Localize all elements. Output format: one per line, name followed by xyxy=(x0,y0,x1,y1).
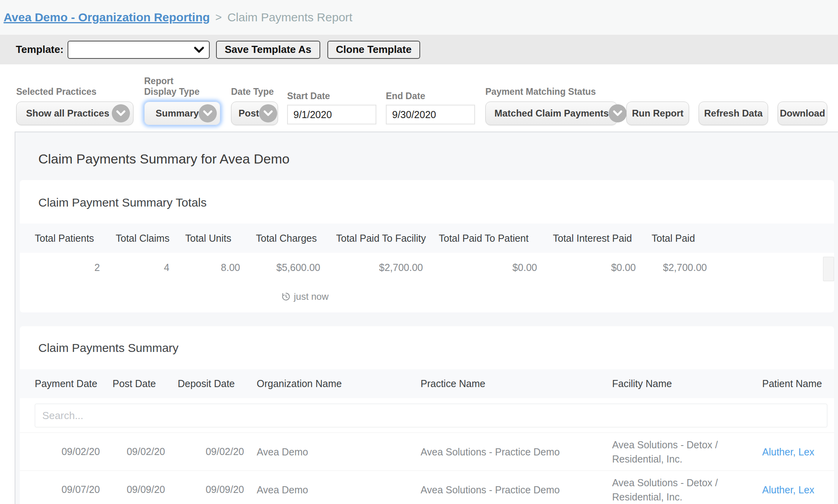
save-template-as-button[interactable]: Save Template As xyxy=(216,41,320,59)
chevron-down-icon xyxy=(609,104,627,122)
breadcrumb-separator: > xyxy=(215,11,222,24)
date-type-value: Post xyxy=(239,108,259,119)
vertical-scrollbar-thumb[interactable] xyxy=(823,257,834,281)
report-filters: Selected Practices Show all Practices Re… xyxy=(0,64,838,132)
column-header: Total Paid To Facility xyxy=(321,233,424,244)
total-paid-to-facility-value: $2,700.00 xyxy=(321,262,424,273)
refreshed-text: just now xyxy=(294,291,329,302)
start-date-label: Start Date xyxy=(287,91,376,102)
total-claims-value: 4 xyxy=(101,262,170,273)
payment-matching-status-dropdown[interactable]: Matched Claim Payments xyxy=(485,102,617,125)
search-input[interactable] xyxy=(35,404,827,427)
summary-card: Claim Payments Summary Payment Date Post… xyxy=(20,326,834,504)
template-toolbar: Template: Save Template As Clone Templat… xyxy=(0,35,838,64)
chevron-down-icon xyxy=(259,104,277,122)
column-header: Payment Date xyxy=(20,378,105,389)
table-row: 09/02/20 09/02/20 09/02/20 Avea Demo Ave… xyxy=(20,433,834,470)
column-header: Organization Name xyxy=(249,378,413,389)
column-header: Total Charges xyxy=(241,233,321,244)
patient-name-cell: Aluther, Lex xyxy=(754,445,829,459)
column-header: Post Date xyxy=(105,378,170,389)
practice-name-cell: Avea Solutions - Practice Demo xyxy=(413,483,604,497)
selected-practices-label: Selected Practices xyxy=(16,87,133,97)
filter-start-date: Start Date xyxy=(287,91,376,124)
patient-name-cell: Aluther, Lex xyxy=(754,483,829,497)
payment-date-cell: 09/07/20 xyxy=(20,484,105,495)
column-header: Patient Name xyxy=(754,378,829,389)
end-date-label: End Date xyxy=(386,91,475,102)
chevron-down-icon xyxy=(199,104,217,122)
report-title: Claim Payments Summary for Avea Demo xyxy=(38,151,838,167)
facility-name-cell: Avea Solutions - Detox / Residential, In… xyxy=(604,438,754,466)
select-caret-icon xyxy=(194,46,204,53)
column-header: Practice Name xyxy=(413,378,604,389)
filter-payment-matching-status: Payment Matching Status Matched Claim Pa… xyxy=(485,87,617,125)
total-interest-paid-value: $0.00 xyxy=(538,262,637,273)
date-type-dropdown[interactable]: Post xyxy=(231,102,278,125)
report-display-type-dropdown[interactable]: Summary xyxy=(144,102,220,125)
totals-card-title: Claim Payment Summary Totals xyxy=(20,180,834,209)
totals-table-row: 2 4 8.00 $5,600.00 $2,700.00 $0.00 $0.00… xyxy=(20,253,834,282)
template-select[interactable] xyxy=(68,41,210,59)
organization-name-cell: Avea Demo xyxy=(249,445,413,459)
totals-card: Claim Payment Summary Totals Total Patie… xyxy=(20,180,834,312)
total-patients-value: 2 xyxy=(20,262,101,273)
deposit-date-cell: 09/02/20 xyxy=(170,446,249,457)
breadcrumb-current-page: Claim Payments Report xyxy=(227,11,353,24)
selected-practices-value: Show all Practices xyxy=(26,108,109,119)
date-type-label: Date Type xyxy=(231,87,278,97)
filter-selected-practices: Selected Practices Show all Practices xyxy=(16,87,133,125)
total-charges-value: $5,600.00 xyxy=(241,262,321,273)
breadcrumb: Avea Demo - Organization Reporting > Cla… xyxy=(0,0,838,35)
column-header: Total Claims xyxy=(101,233,170,244)
breadcrumb-link-organization-reporting[interactable]: Avea Demo - Organization Reporting xyxy=(4,11,210,24)
column-header: Total Paid xyxy=(637,233,708,244)
table-search-row xyxy=(20,398,834,433)
refreshed-status: just now xyxy=(280,291,329,302)
patient-link[interactable]: Aluther, Lex xyxy=(762,446,814,457)
filter-end-date: End Date xyxy=(386,91,475,124)
start-date-input[interactable] xyxy=(287,105,376,124)
summary-card-title: Claim Payments Summary xyxy=(20,326,834,355)
chevron-down-icon xyxy=(112,104,130,122)
practice-name-cell: Avea Solutions - Practice Demo xyxy=(413,445,604,459)
filter-report-display-type: Report Display Type Summary xyxy=(144,76,220,125)
column-header: Total Units xyxy=(170,233,241,244)
filter-date-type: Date Type Post xyxy=(231,87,278,125)
payment-date-cell: 09/02/20 xyxy=(20,446,105,457)
column-header: Deposit Date xyxy=(170,378,249,389)
template-label: Template: xyxy=(16,43,64,56)
post-date-cell: 09/02/20 xyxy=(105,446,170,457)
report-results-panel: Claim Payments Summary for Avea Demo Cla… xyxy=(15,132,838,504)
end-date-input[interactable] xyxy=(386,105,475,124)
clone-template-button[interactable]: Clone Template xyxy=(327,41,421,59)
column-header: Facility Name xyxy=(604,378,754,389)
post-date-cell: 09/09/20 xyxy=(105,484,170,495)
facility-name-cell: Avea Solutions - Detox / Residential, In… xyxy=(604,476,754,504)
patient-link[interactable]: Aluther, Lex xyxy=(762,484,814,495)
report-display-type-value: Summary xyxy=(156,108,199,119)
payment-matching-status-label: Payment Matching Status xyxy=(485,87,617,97)
deposit-date-cell: 09/09/20 xyxy=(170,484,249,495)
report-display-type-label: Report Display Type xyxy=(144,76,207,97)
selected-practices-dropdown[interactable]: Show all Practices xyxy=(16,102,133,125)
summary-table-header: Payment Date Post Date Deposit Date Orga… xyxy=(20,369,834,398)
totals-table-header: Total Patients Total Claims Total Units … xyxy=(20,224,834,253)
total-paid-value: $2,700.00 xyxy=(637,262,708,273)
payment-matching-status-value: Matched Claim Payments xyxy=(494,108,609,119)
column-header: Total Interest Paid xyxy=(538,233,637,244)
organization-name-cell: Avea Demo xyxy=(249,483,413,497)
total-units-value: 8.00 xyxy=(170,262,241,273)
history-clock-icon xyxy=(280,291,291,302)
column-header: Total Paid To Patient xyxy=(424,233,538,244)
download-button[interactable]: Download xyxy=(778,102,827,125)
column-header: Total Patients xyxy=(20,233,101,244)
refresh-data-button[interactable]: Refresh Data xyxy=(699,102,768,125)
total-paid-to-patient-value: $0.00 xyxy=(424,262,538,273)
run-report-button[interactable]: Run Report xyxy=(626,102,689,125)
table-row: 09/07/20 09/09/20 09/09/20 Avea Demo Ave… xyxy=(20,470,834,504)
